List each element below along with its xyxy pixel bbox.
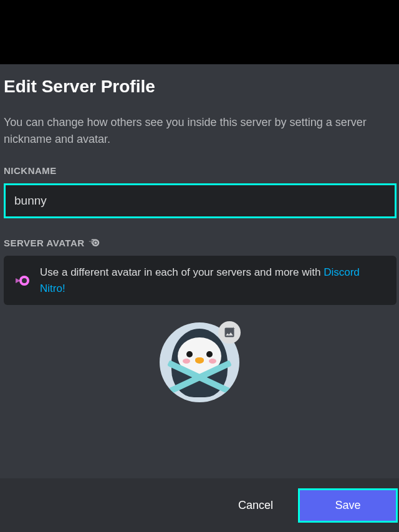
server-avatar-label: SERVER AVATAR <box>2 237 397 248</box>
modal-footer: Cancel Save <box>0 478 399 532</box>
nitro-upsell-text: Use a different avatar in each of your s… <box>40 264 387 296</box>
modal-content: Edit Server Profile You can change how o… <box>0 64 399 415</box>
edit-server-profile-modal: Edit Server Profile You can change how o… <box>0 64 399 532</box>
modal-description: You can change how others see you inside… <box>2 114 397 148</box>
nickname-label: NICKNAME <box>2 165 397 176</box>
avatar-upload[interactable]: + <box>160 322 239 402</box>
nitro-upsell-banner: Use a different avatar in each of your s… <box>4 256 397 305</box>
cancel-button[interactable]: Cancel <box>226 493 286 518</box>
svg-point-1 <box>22 278 27 283</box>
modal-title: Edit Server Profile <box>2 77 397 97</box>
avatar-container: + <box>2 322 397 402</box>
upload-image-icon[interactable]: + <box>218 321 241 344</box>
save-button[interactable]: Save <box>298 488 398 523</box>
nickname-input[interactable] <box>4 183 397 218</box>
nitro-boost-icon <box>14 274 31 287</box>
nitro-badge-icon <box>89 237 100 248</box>
svg-text:+: + <box>232 326 235 332</box>
